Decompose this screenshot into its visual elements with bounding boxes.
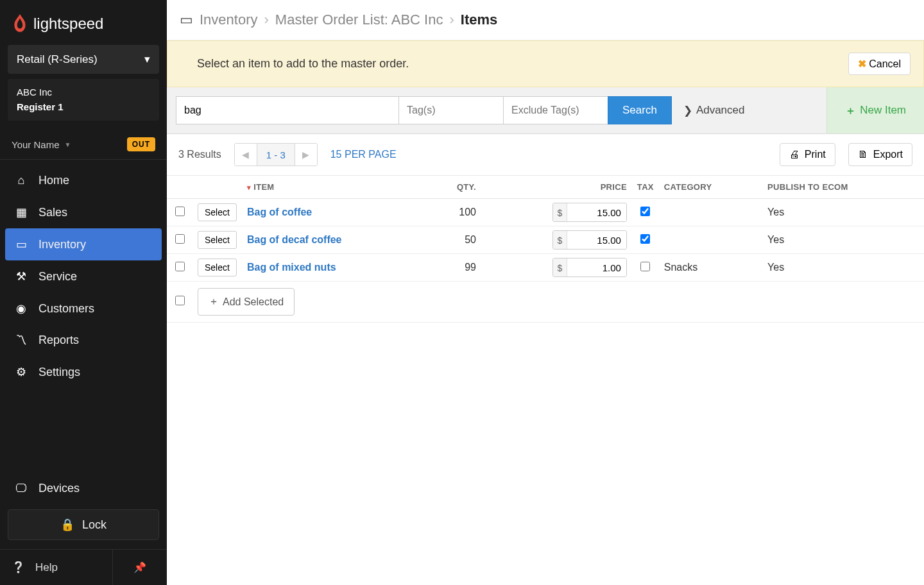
row-checkbox[interactable]: [175, 207, 185, 216]
nav-sales[interactable]: ▦Sales: [5, 196, 162, 228]
currency-label: $: [553, 259, 567, 276]
series-selector-label: Retail (R-Series): [17, 53, 98, 66]
clock-out-badge[interactable]: OUT: [127, 137, 155, 151]
price-field[interactable]: [567, 259, 626, 276]
item-ecom: Yes: [762, 254, 924, 282]
table-row: SelectBag of decaf coffee50$Yes: [167, 226, 924, 254]
exclude-tags-input[interactable]: [503, 96, 608, 124]
add-selected-row: ＋ Add Selected: [167, 282, 924, 323]
col-category[interactable]: CATEGORY: [659, 176, 762, 199]
col-tax[interactable]: TAX: [632, 176, 659, 199]
row-select-button[interactable]: Select: [198, 203, 237, 221]
col-ecom[interactable]: PUBLISH TO ECOM: [762, 176, 924, 199]
tax-checkbox[interactable]: [640, 207, 650, 216]
item-category: Snacks: [659, 254, 762, 282]
nav-home[interactable]: ⌂Home: [5, 165, 162, 196]
search-bar: Search ❯ Advanced ＋ New Item: [167, 87, 924, 134]
plus-icon: ＋: [209, 295, 219, 309]
chevron-down-icon: ▾: [144, 53, 150, 66]
item-category: [659, 199, 762, 226]
user-name: Your Name: [12, 139, 60, 150]
item-link[interactable]: Bag of mixed nuts: [247, 262, 336, 273]
lock-icon: 🔒: [60, 518, 74, 532]
pager: ◀ 1 - 3 ▶: [234, 143, 318, 166]
sort-desc-icon: ▾: [247, 183, 251, 191]
notice-banner: Select an item to add to the master orde…: [167, 40, 924, 87]
item-link[interactable]: Bag of decaf coffee: [247, 234, 342, 245]
select-all-checkbox[interactable]: [175, 296, 185, 305]
add-selected-button[interactable]: ＋ Add Selected: [198, 288, 295, 316]
item-category: [659, 226, 762, 254]
results-bar: 3 Results ◀ 1 - 3 ▶ 15 PER PAGE 🖨Print 🗎…: [167, 134, 924, 176]
gear-icon: ⚙: [14, 365, 28, 379]
tax-checkbox[interactable]: [640, 234, 650, 244]
nav-devices[interactable]: 🖵Devices: [5, 473, 162, 504]
breadcrumb-root[interactable]: Inventory: [200, 12, 258, 28]
advanced-button[interactable]: ❯ Advanced: [672, 96, 757, 124]
tags-input[interactable]: [398, 96, 504, 124]
new-item-button[interactable]: ＋ New Item: [826, 87, 924, 133]
price-input[interactable]: $: [552, 258, 627, 277]
sidebar: lightspeed Retail (R-Series) ▾ ABC Inc R…: [0, 0, 167, 585]
hammer-icon: ⚒: [14, 269, 28, 284]
item-link[interactable]: Bag of coffee: [247, 207, 312, 217]
search-button[interactable]: Search: [608, 96, 672, 124]
pager-range: 1 - 3: [257, 144, 295, 165]
col-qty[interactable]: QTY.: [429, 176, 481, 199]
flame-icon: [12, 14, 28, 33]
notice-message: Select an item to add to the master orde…: [180, 57, 848, 71]
row-select-button[interactable]: Select: [198, 231, 237, 249]
row-checkbox[interactable]: [175, 234, 185, 244]
nav-inventory[interactable]: ▭Inventory: [5, 228, 162, 260]
item-qty: 100: [429, 199, 481, 226]
file-icon: 🗎: [858, 149, 868, 160]
col-price[interactable]: PRICE: [481, 176, 632, 199]
account-register: Register 1: [17, 100, 150, 115]
monitor-icon: 🖵: [14, 482, 28, 495]
series-selector[interactable]: Retail (R-Series) ▾: [8, 45, 159, 74]
pager-next[interactable]: ▶: [295, 144, 317, 165]
brand-text: lightspeed: [33, 15, 103, 33]
nav-service[interactable]: ⚒Service: [5, 260, 162, 292]
item-ecom: Yes: [762, 226, 924, 254]
table-row: SelectBag of mixed nuts99$SnacksYes: [167, 254, 924, 282]
nav-customers[interactable]: ◉Customers: [5, 292, 162, 325]
export-button[interactable]: 🗎Export: [848, 143, 912, 166]
inventory-icon: ▭: [180, 12, 193, 28]
results-count: 3 Results: [178, 149, 221, 160]
nav-reports[interactable]: 〽Reports: [5, 325, 162, 356]
pin-button[interactable]: 📌: [113, 550, 167, 585]
pager-prev[interactable]: ◀: [235, 144, 257, 165]
help-link[interactable]: ❔ Help: [0, 550, 113, 585]
col-item[interactable]: ▾ITEM: [242, 176, 429, 199]
account-box[interactable]: ABC Inc Register 1: [8, 79, 159, 121]
lock-button[interactable]: 🔒 Lock: [8, 509, 159, 540]
per-page-selector[interactable]: 15 PER PAGE: [330, 149, 397, 160]
item-qty: 50: [429, 226, 481, 254]
search-input[interactable]: [176, 96, 399, 124]
print-button[interactable]: 🖨Print: [780, 143, 835, 166]
tax-checkbox[interactable]: [640, 262, 650, 271]
box-icon: ▭: [14, 237, 28, 251]
breadcrumb-current: Items: [461, 12, 497, 28]
price-field[interactable]: [567, 203, 626, 221]
row-checkbox[interactable]: [175, 262, 185, 271]
breadcrumb-mid[interactable]: Master Order List: ABC Inc: [275, 12, 443, 28]
price-input[interactable]: $: [552, 230, 627, 250]
cancel-button[interactable]: ✖ Cancel: [848, 53, 911, 75]
row-select-button[interactable]: Select: [198, 259, 237, 276]
item-qty: 99: [429, 254, 481, 282]
chevron-right-icon: ›: [449, 12, 454, 28]
register-icon: ▦: [14, 205, 28, 219]
user-row[interactable]: Your Name ▼ OUT: [0, 130, 167, 160]
chart-icon: 〽: [14, 334, 28, 347]
chevron-right-icon: ›: [264, 12, 269, 28]
main-content: ▭ Inventory › Master Order List: ABC Inc…: [167, 0, 924, 585]
price-input[interactable]: $: [552, 203, 627, 222]
nav-settings[interactable]: ⚙Settings: [5, 356, 162, 388]
home-icon: ⌂: [14, 174, 28, 187]
pin-icon: 📌: [133, 561, 146, 573]
item-ecom: Yes: [762, 199, 924, 226]
price-field[interactable]: [567, 231, 626, 249]
main-nav: ⌂Home ▦Sales ▭Inventory ⚒Service ◉Custom…: [0, 160, 167, 393]
